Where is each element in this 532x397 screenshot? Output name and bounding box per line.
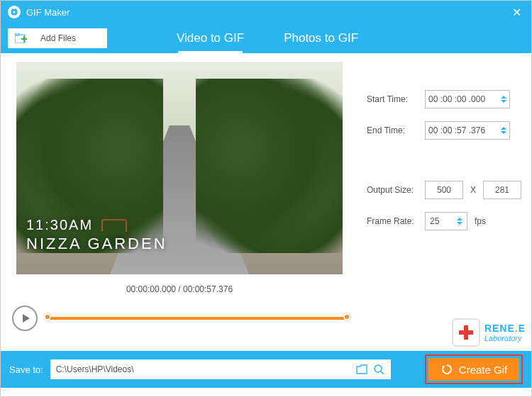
frame-rate-input[interactable]: 25 — [425, 212, 467, 230]
chevron-down-icon[interactable] — [501, 100, 506, 103]
overlay-place: NIZZA GARDEN — [26, 235, 167, 253]
add-file-icon — [15, 33, 28, 43]
end-time-row: End Time: 00 :00 :57 .376 — [367, 121, 521, 140]
app-window: GIF Maker ✕ Add Files Video to GIF Photo… — [0, 0, 532, 397]
logo-text: RENE.E Laboratory — [484, 323, 526, 342]
tab-video-to-gif[interactable]: Video to GIF — [157, 23, 264, 53]
preview-pane: 11:30AM NIZZA GARDEN 00:00:00.000 / 00:0… — [9, 62, 350, 347]
search-icon[interactable] — [372, 363, 385, 376]
logo-badge-icon — [452, 318, 480, 347]
frame-rate-label: Frame Rate: — [367, 216, 425, 226]
frame-rate-row: Frame Rate: 25 fps — [367, 212, 521, 230]
create-gif-highlight: Create Gif — [425, 354, 523, 384]
save-to-label: Save to: — [9, 364, 43, 375]
svg-rect-12 — [459, 330, 473, 335]
play-button[interactable] — [12, 306, 38, 331]
svg-point-13 — [375, 365, 382, 372]
brand-logo: RENE.E Laboratory — [452, 318, 526, 347]
overlay-time: 11:30AM — [26, 217, 167, 233]
end-time-input[interactable]: 00 :00 :57 .376 — [425, 121, 510, 140]
svg-rect-5 — [17, 12, 18, 13]
trim-slider[interactable] — [48, 317, 347, 320]
create-gif-button[interactable]: Create Gif — [428, 358, 519, 381]
chevron-up-icon[interactable] — [501, 96, 506, 99]
svg-rect-2 — [14, 9, 15, 10]
tab-photos-to-gif[interactable]: Photos to GIF — [264, 23, 378, 53]
main-area: 11:30AM NIZZA GARDEN 00:00:00.000 / 00:0… — [1, 53, 531, 351]
refresh-icon — [440, 363, 453, 376]
close-icon[interactable]: ✕ — [509, 6, 524, 19]
start-time-input[interactable]: 00 :00 :00 .000 — [425, 90, 510, 108]
playback-controls — [9, 306, 350, 331]
add-files-label: Add Files — [40, 33, 76, 43]
save-path-input[interactable]: C:\Users\HP\Videos\ — [50, 359, 391, 379]
output-height-input[interactable]: 281 — [483, 181, 521, 199]
video-preview: 11:30AM NIZZA GARDEN — [16, 62, 343, 274]
start-time-row: Start Time: 00 :00 :00 .000 — [367, 90, 521, 108]
chevron-up-icon[interactable] — [501, 127, 506, 130]
play-icon — [21, 313, 31, 323]
svg-line-14 — [381, 371, 384, 374]
tab-bar: Video to GIF Photos to GIF — [157, 23, 378, 53]
output-width-input[interactable]: 500 — [425, 181, 463, 199]
toolbar: Add Files Video to GIF Photos to GIF — [1, 23, 531, 53]
svg-marker-10 — [23, 314, 30, 323]
app-logo-icon — [8, 6, 21, 18]
fps-spinner[interactable] — [457, 218, 462, 225]
svg-rect-3 — [14, 15, 15, 16]
output-size-label: Output Size: — [367, 185, 425, 195]
svg-rect-4 — [11, 12, 12, 13]
chevron-up-icon[interactable] — [457, 218, 462, 220]
preview-overlay: 11:30AM NIZZA GARDEN — [26, 217, 167, 253]
output-size-row: Output Size: 500 X 281 — [367, 181, 521, 199]
trim-start-handle[interactable] — [44, 313, 51, 320]
chevron-down-icon[interactable] — [457, 222, 462, 225]
svg-point-1 — [13, 11, 16, 13]
folder-icon[interactable] — [355, 363, 368, 376]
titlebar: GIF Maker ✕ — [1, 1, 531, 23]
end-time-spinner[interactable] — [501, 127, 506, 134]
add-files-button[interactable]: Add Files — [8, 28, 107, 48]
end-time-label: End Time: — [367, 125, 425, 135]
start-time-spinner[interactable] — [501, 96, 506, 103]
size-separator: X — [470, 185, 476, 195]
fps-unit: fps — [475, 216, 486, 226]
chevron-down-icon[interactable] — [501, 131, 506, 134]
settings-pane: Start Time: 00 :00 :00 .000 End Time: 00… — [350, 62, 532, 347]
app-title: GIF Maker — [26, 7, 70, 18]
time-display: 00:00:00.000 / 00:00:57.376 — [9, 284, 350, 294]
footer: Save to: C:\Users\HP\Videos\ Create Gif — [1, 351, 531, 388]
start-time-label: Start Time: — [367, 94, 425, 104]
